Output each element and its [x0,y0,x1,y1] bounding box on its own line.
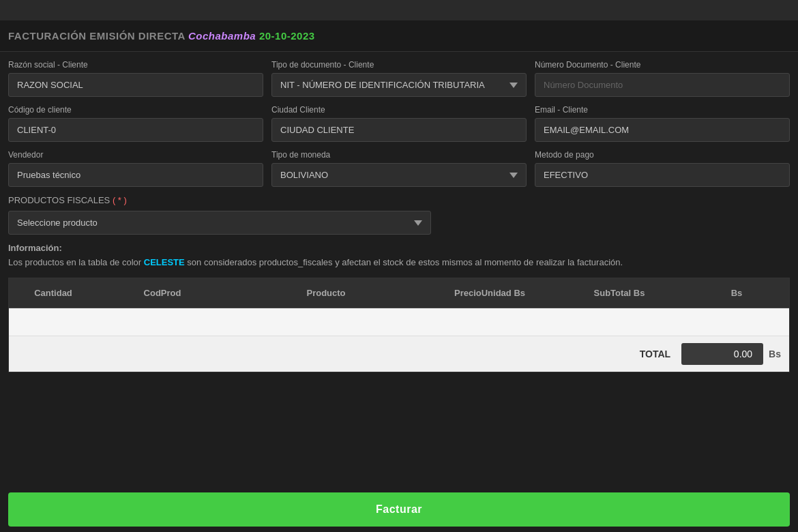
select-tipo-moneda[interactable]: BOLIVIANO DÓLAR [271,163,527,187]
info-title: Información: [8,243,790,253]
footer-bar: Facturar [0,487,798,532]
info-text-before: Los productos en la tabla de color [8,257,144,267]
col-header-producto: Producto [227,278,425,308]
form-group-numero-documento: Número Documento - Cliente [535,60,790,97]
col-header-extra: Bs [684,278,789,308]
input-numero-documento[interactable] [535,73,790,97]
label-ciudad-cliente: Ciudad Cliente [271,105,527,115]
productos-label: PRODUCTOS FISCALES ( * ) [8,195,790,205]
productos-section: PRODUCTOS FISCALES ( * ) Seleccione prod… [8,195,790,235]
input-metodo-pago[interactable] [535,163,790,187]
form-group-email-cliente: Email - Cliente [535,105,790,142]
label-email-cliente: Email - Cliente [535,105,790,115]
label-codigo-cliente: Código de cliente [8,105,263,115]
col-header-subtotal: SubTotal Bs [555,278,684,308]
label-vendedor: Vendedor [8,150,263,160]
total-currency: Bs [769,349,781,359]
title-city: Cochabamba [188,30,256,42]
input-vendedor[interactable] [8,163,263,187]
label-razon-social: Razón social - Cliente [8,60,263,70]
col-header-cantidad: Cantidad [9,278,98,308]
label-tipo-documento: Tipo de documento - Cliente [271,60,527,70]
table-header: Cantidad CodProd Producto PrecioUnidad B… [9,278,789,308]
table-body [9,308,789,336]
facturar-button[interactable]: Facturar [8,492,790,527]
info-section: Información: Los productos en la tabla d… [8,243,790,269]
form-row-1: Razón social - Cliente Tipo de documento… [8,60,790,97]
select-tipo-documento[interactable]: NIT - NÚMERO DE IDENTIFICACIÓN TRIBUTARI… [271,73,527,97]
input-email-cliente[interactable] [535,118,790,142]
main-content: Razón social - Cliente Tipo de documento… [0,52,798,381]
top-bar [0,0,798,20]
input-codigo-cliente[interactable] [8,118,263,142]
total-row: TOTAL 0.00 Bs [9,336,789,372]
form-group-tipo-documento: Tipo de documento - Cliente NIT - NÚMERO… [271,60,527,97]
producto-select-wrapper: Seleccione producto [8,211,431,235]
productos-title: PRODUCTOS FISCALES [8,195,110,205]
total-label: TOTAL [616,349,670,359]
info-celeste: CELESTE [144,257,185,267]
info-text-after: son considerados productos_fiscales y af… [187,257,623,267]
form-group-razon-social: Razón social - Cliente [8,60,263,97]
form-group-tipo-moneda: Tipo de moneda BOLIVIANO DÓLAR [271,150,527,187]
form-row-3: Vendedor Tipo de moneda BOLIVIANO DÓLAR … [8,150,790,187]
title-prefix: FACTURACIÓN EMISIÓN DIRECTA [8,30,185,42]
label-metodo-pago: Metodo de pago [535,150,790,160]
page-title: FACTURACIÓN EMISIÓN DIRECTA Cochabamba 2… [8,30,315,42]
form-row-2: Código de cliente Ciudad Cliente Email -… [8,105,790,142]
label-numero-documento: Número Documento - Cliente [535,60,790,70]
form-group-vendedor: Vendedor [8,150,263,187]
productos-asterisk: ( * ) [113,195,127,205]
input-razon-social[interactable] [8,73,263,97]
total-value: 0.00 [681,343,763,365]
products-table: Cantidad CodProd Producto PrecioUnidad B… [8,278,790,372]
form-group-metodo-pago: Metodo de pago [535,150,790,187]
label-tipo-moneda: Tipo de moneda [271,150,527,160]
title-date: 20-10-2023 [259,30,315,42]
col-header-precio: PrecioUnidad Bs [425,278,555,308]
form-group-codigo-cliente: Código de cliente [8,105,263,142]
header-bar: FACTURACIÓN EMISIÓN DIRECTA Cochabamba 2… [0,20,798,52]
input-ciudad-cliente[interactable] [271,118,527,142]
select-producto[interactable]: Seleccione producto [8,211,431,235]
col-header-codprod: CodProd [98,278,227,308]
info-text: Los productos en la tabla de color CELES… [8,256,790,269]
form-group-ciudad-cliente: Ciudad Cliente [271,105,527,142]
